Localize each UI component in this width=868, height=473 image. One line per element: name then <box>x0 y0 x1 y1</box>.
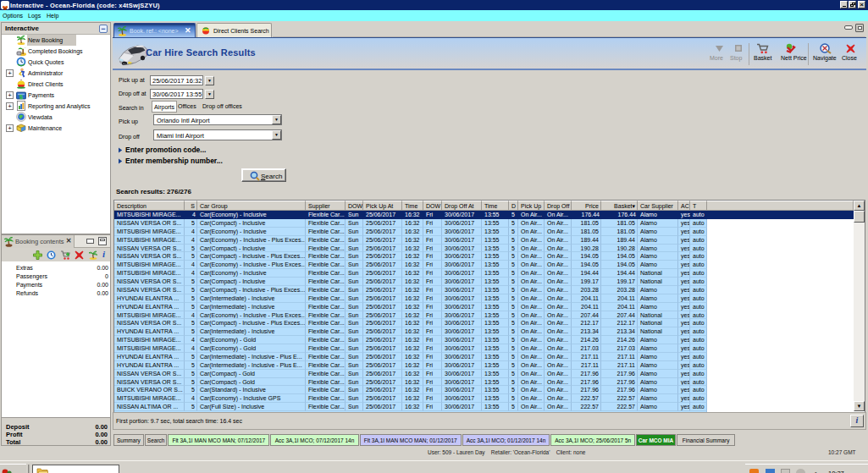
svg-text:$: $ <box>19 93 24 101</box>
